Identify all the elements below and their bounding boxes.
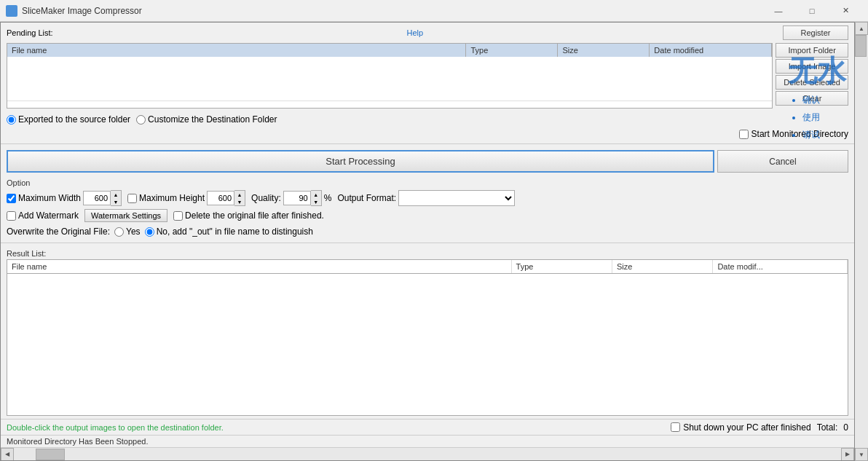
vscroll-track <box>855 35 868 448</box>
max-width-input[interactable] <box>83 191 111 205</box>
vscroll-panel: ▲ ▼ <box>855 22 868 461</box>
col-filename: File name <box>7 44 466 57</box>
overwrite-no-radio[interactable] <box>145 227 154 237</box>
export-source-radio[interactable] <box>7 115 16 125</box>
overwrite-yes-radio[interactable] <box>114 227 124 237</box>
pending-area: File name Type Size Date modified Import… <box>1 40 854 111</box>
maximize-button[interactable]: □ <box>795 0 829 22</box>
overwrite-yes-option[interactable]: Yes <box>114 226 141 237</box>
customize-dest-radio[interactable] <box>136 115 146 125</box>
overwrite-label: Overwrite the Original File: <box>7 226 110 237</box>
result-title: Result List: <box>7 249 848 259</box>
hscroll-thumb[interactable] <box>36 449 65 460</box>
minimize-button[interactable]: — <box>762 0 795 22</box>
shutdown-checkbox[interactable] <box>671 422 680 432</box>
delete-original-label[interactable]: Delete the original file after finished. <box>173 210 324 221</box>
hscroll-bar: ◀ ▶ <box>1 447 854 460</box>
folder-options: Exported to the source folder Customize … <box>1 111 854 127</box>
max-height-checkbox[interactable] <box>127 194 137 203</box>
app-icon <box>6 5 17 17</box>
divider-1 <box>1 143 854 144</box>
vscroll-down-btn[interactable]: ▼ <box>855 448 868 461</box>
hscroll-left-btn[interactable]: ◀ <box>1 448 14 461</box>
pending-table-container: File name Type Size Date modified <box>7 43 773 109</box>
monitored-checkbox[interactable] <box>739 130 749 139</box>
result-col-date: Date modif... <box>713 260 848 274</box>
start-processing-button[interactable]: Start Processing <box>7 150 714 173</box>
total-value: 0 <box>843 422 848 433</box>
clear-button[interactable]: Clear <box>776 91 848 106</box>
result-col-size: Size <box>612 260 713 274</box>
watermark-settings-button[interactable]: Watermark Settings <box>84 209 167 222</box>
max-width-text: Maximum Width <box>18 193 81 203</box>
add-watermark-text: Add Watermark <box>18 210 79 221</box>
action-bar: Start Processing Cancel <box>1 147 854 176</box>
close-button[interactable]: ✕ <box>829 0 862 22</box>
quality-down[interactable]: ▼ <box>311 198 321 205</box>
options-row-2: Add Watermark Watermark Settings Delete … <box>7 209 848 222</box>
delete-original-checkbox[interactable] <box>173 211 183 221</box>
quality-up[interactable]: ▲ <box>311 191 321 198</box>
add-watermark-label[interactable]: Add Watermark <box>7 210 79 221</box>
max-height-label[interactable]: Maximum Height <box>127 193 205 203</box>
hscroll-right-btn[interactable]: ▶ <box>841 448 854 461</box>
help-link[interactable]: Help <box>406 28 423 37</box>
import-image-button[interactable]: Import Image <box>776 59 848 74</box>
result-col-filename: File name <box>7 260 511 274</box>
max-height-down[interactable]: ▼ <box>234 198 245 205</box>
cancel-button[interactable]: Cancel <box>717 150 848 173</box>
header-row: Pending List: Help Register <box>1 23 854 40</box>
import-folder-button[interactable]: Import Folder <box>776 43 848 58</box>
add-watermark-checkbox[interactable] <box>7 211 16 221</box>
col-size: Size <box>558 44 650 57</box>
status-hint: Double-click the output images to open t… <box>7 423 665 432</box>
max-width-spinner: ▲ ▼ <box>83 190 122 206</box>
overwrite-no-text: No, add "_out" in file name to distingui… <box>157 226 313 237</box>
monitored-text: Start Monitored Directory <box>751 129 848 139</box>
window-controls: — □ ✕ <box>762 0 862 22</box>
pending-table: File name Type Size Date modified <box>7 44 772 101</box>
max-width-up[interactable]: ▲ <box>111 191 121 198</box>
total-label: Total: <box>817 422 838 433</box>
shutdown-text: Shut down your PC after finished <box>683 422 810 433</box>
quality-input[interactable] <box>283 191 311 205</box>
output-format-label: Output Format: <box>337 193 396 203</box>
delete-original-text: Delete the original file after finished. <box>185 210 324 221</box>
max-width-checkbox[interactable] <box>7 194 16 203</box>
vscroll-up-btn[interactable]: ▲ <box>855 22 868 35</box>
result-area: Result List: File name Type Size Date mo… <box>1 246 854 419</box>
hscroll-track <box>14 448 841 461</box>
quality-spinner: ▲ ▼ <box>283 190 322 206</box>
result-table: File name Type Size Date modif... <box>7 260 848 332</box>
options-section: Option Maximum Width ▲ ▼ <box>1 176 854 240</box>
max-width-label[interactable]: Maximum Width <box>7 193 81 203</box>
titlebar: SliceMaker Image Compressor — □ ✕ <box>0 0 868 22</box>
quality-label: Quality: <box>251 193 281 203</box>
quality-spinner-btns: ▲ ▼ <box>311 190 322 206</box>
overwrite-yes-text: Yes <box>126 226 141 237</box>
result-table-container: File name Type Size Date modif... <box>7 259 848 416</box>
shutdown-label[interactable]: Shut down your PC after finished <box>671 422 810 433</box>
vscroll-thumb[interactable] <box>855 35 867 57</box>
options-title: Option <box>7 178 848 187</box>
quality-group: Quality: ▲ ▼ % <box>251 190 331 206</box>
max-height-spinner-btns: ▲ ▼ <box>234 190 245 206</box>
register-button[interactable]: Register <box>783 25 848 40</box>
output-format-select[interactable] <box>398 190 515 206</box>
app-title: SliceMaker Image Compressor <box>22 6 762 16</box>
quality-unit: % <box>324 193 332 203</box>
monitored-label[interactable]: Start Monitored Directory <box>739 129 848 139</box>
max-width-spinner-btns: ▲ ▼ <box>111 190 122 206</box>
table-row <box>7 57 772 101</box>
export-source-option[interactable]: Exported to the source folder <box>7 114 130 125</box>
overwrite-no-option[interactable]: No, add "_out" in file name to distingui… <box>145 226 313 237</box>
max-height-input[interactable] <box>207 191 234 205</box>
max-width-down[interactable]: ▼ <box>111 198 121 205</box>
table-row <box>7 274 848 332</box>
col-type: Type <box>466 44 558 57</box>
customize-dest-option[interactable]: Customize the Destination Folder <box>136 114 277 125</box>
max-height-text: Maximum Height <box>139 193 205 203</box>
status-right: Shut down your PC after finished Total: … <box>671 422 848 433</box>
delete-selected-button[interactable]: Delete Selected <box>776 75 848 90</box>
max-height-up[interactable]: ▲ <box>234 191 245 198</box>
